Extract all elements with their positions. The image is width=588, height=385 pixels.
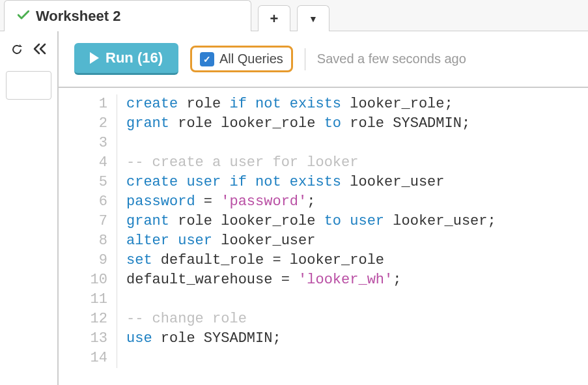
code-line[interactable]: -- create a user for looker <box>126 153 496 173</box>
code-area[interactable]: create role if not exists looker_role;gr… <box>117 94 496 368</box>
code-line[interactable]: create role if not exists looker_role; <box>126 94 496 114</box>
tab-menu-button[interactable]: ▼ <box>297 5 329 31</box>
code-line[interactable]: set default_role = looker_role <box>126 251 496 270</box>
toolbar: Run (16) ✓ All Queries Saved a few secon… <box>59 31 588 88</box>
code-line[interactable]: password = 'password'; <box>126 192 496 212</box>
panel-box[interactable] <box>6 71 51 100</box>
divider <box>305 48 305 70</box>
checkmark-icon <box>18 10 29 22</box>
code-line[interactable]: default_warehouse = 'looker_wh'; <box>126 270 496 290</box>
worksheet-tab[interactable]: Worksheet 2 <box>4 0 251 31</box>
code-line[interactable]: create user if not exists looker_user <box>126 173 496 192</box>
left-panel <box>0 31 59 385</box>
play-icon <box>90 52 99 64</box>
tabs-bar: Worksheet 2 + ▼ <box>0 0 588 31</box>
code-line[interactable]: grant role looker_role to role SYSADMIN; <box>126 114 496 134</box>
code-line[interactable]: alter user looker_user <box>126 231 496 251</box>
code-line[interactable] <box>126 290 496 309</box>
run-label: Run (16) <box>105 50 163 66</box>
checkbox-icon: ✓ <box>200 52 214 66</box>
all-queries-label: All Queries <box>219 51 283 66</box>
code-line[interactable]: use role SYSADMIN; <box>126 329 496 349</box>
refresh-icon[interactable] <box>10 43 23 59</box>
tab-title: Worksheet 2 <box>36 8 120 25</box>
code-line[interactable]: grant role looker_role to user looker_us… <box>126 212 496 231</box>
code-line[interactable] <box>126 349 496 368</box>
code-editor[interactable]: 1234567891011121314 create role if not e… <box>59 88 588 368</box>
save-status: Saved a few seconds ago <box>317 51 466 66</box>
all-queries-toggle[interactable]: ✓ All Queries <box>190 46 293 72</box>
collapse-icon[interactable] <box>33 43 47 59</box>
code-line[interactable]: -- change role <box>126 309 496 329</box>
line-gutter: 1234567891011121314 <box>59 94 117 368</box>
run-button[interactable]: Run (16) <box>74 43 178 75</box>
new-tab-button[interactable]: + <box>258 5 290 31</box>
code-line[interactable] <box>126 134 496 153</box>
